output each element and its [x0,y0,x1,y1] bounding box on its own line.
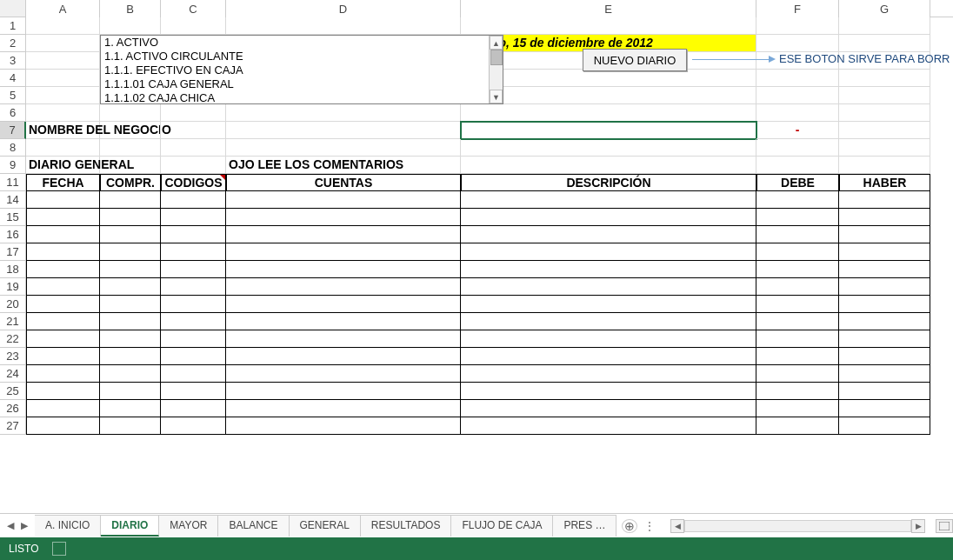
dropdown-item-1[interactable]: 1.1. ACTIVO CIRCULANTE [101,50,489,63]
cell-B21[interactable] [100,313,161,330]
dropdown-item-2[interactable]: 1.1.1. EFECTIVO EN CAJA [101,63,489,77]
cell-E6[interactable] [461,104,756,122]
cell-A15[interactable] [26,209,100,226]
col-header-D[interactable]: D [226,0,461,17]
cell-D24[interactable] [226,365,461,383]
cell-D18[interactable] [226,261,461,278]
row-header-21[interactable]: 21 [0,313,26,330]
row-header-8[interactable]: 8 [0,139,26,157]
row-header-11[interactable]: 11 [0,174,26,191]
cell-B7[interactable] [100,122,161,139]
cell-D14[interactable] [226,191,461,209]
col-header-F[interactable]: F [756,0,839,17]
col-header-E[interactable]: E [461,0,756,17]
cell-E15[interactable] [461,209,756,226]
cell-D1[interactable] [226,17,461,35]
cell-E5[interactable] [461,87,756,104]
cell-B23[interactable] [100,348,161,365]
cell-D26[interactable] [226,400,461,417]
cell-B19[interactable] [100,278,161,296]
cell-A3[interactable] [26,52,100,70]
cell-A18[interactable] [26,261,100,278]
cell-A5[interactable] [26,87,100,104]
cell-E1[interactable] [461,17,756,35]
cell-G15[interactable] [839,209,930,226]
cell-B18[interactable] [100,261,161,278]
cell-F18[interactable] [756,261,839,278]
cell-C22[interactable] [161,330,226,348]
row-header-7[interactable]: 7 [0,122,26,139]
cell-G23[interactable] [839,348,930,365]
cell-G2[interactable] [839,35,930,52]
cell-C19[interactable] [161,278,226,296]
view-normal-icon[interactable] [936,519,953,533]
cell-C23[interactable] [161,348,226,365]
cell-C17[interactable] [161,243,226,261]
cell-F16[interactable] [756,226,839,243]
dropdown-item-0[interactable]: 1. ACTIVO [101,36,489,50]
scroll-thumb[interactable] [490,50,503,65]
cell-D25[interactable] [226,383,461,400]
cell-A16[interactable] [26,226,100,243]
tab-nav-prev-icon[interactable]: ◀ [7,520,14,531]
cell-D22[interactable] [226,330,461,348]
row-header-19[interactable]: 19 [0,278,26,296]
row-header-3[interactable]: 3 [0,52,26,70]
row-header-1[interactable]: 1 [0,17,26,35]
cell-F27[interactable] [756,417,839,435]
cell-D23[interactable] [226,348,461,365]
cell-G25[interactable] [839,383,930,400]
cell-C26[interactable] [161,400,226,417]
row-header-18[interactable]: 18 [0,261,26,278]
cell-A26[interactable] [26,400,100,417]
cell-B1[interactable] [100,17,161,35]
cell-A24[interactable] [26,365,100,383]
scroll-down-arrow-icon[interactable]: ▼ [490,90,503,103]
row-header-14[interactable]: 14 [0,191,26,209]
cell-A2[interactable] [26,35,100,52]
cell-C21[interactable] [161,313,226,330]
cell-A20[interactable] [26,296,100,313]
cell-G9[interactable] [839,157,930,174]
row-header-27[interactable]: 27 [0,417,26,435]
cell-A1[interactable] [26,17,100,35]
cell-C8[interactable] [161,139,226,157]
cell-F15[interactable] [756,209,839,226]
cell-C25[interactable] [161,383,226,400]
horizontal-scrollbar[interactable]: ◀ ▶ [670,519,925,533]
dropdown-list[interactable]: 1. ACTIVO 1.1. ACTIVO CIRCULANTE 1.1.1. … [101,36,489,103]
cell-D20[interactable] [226,296,461,313]
cell-C18[interactable] [161,261,226,278]
row-header-26[interactable]: 26 [0,400,26,417]
sheet-tab-flujo-de-caja[interactable]: FLUJO DE CAJA [451,515,553,537]
cell-D6[interactable] [226,104,461,122]
cell-F1[interactable] [756,17,839,35]
col-header-B[interactable]: B [100,0,161,17]
row-header-5[interactable]: 5 [0,87,26,104]
row-header-24[interactable]: 24 [0,365,26,383]
row-header-15[interactable]: 15 [0,209,26,226]
row-header-25[interactable]: 25 [0,383,26,400]
cell-G22[interactable] [839,330,930,348]
cell-C20[interactable] [161,296,226,313]
cell-G1[interactable] [839,17,930,35]
cell-E27[interactable] [461,417,756,435]
cell-C15[interactable] [161,209,226,226]
cell-D9-ojo-comentarios[interactable]: OJO LEE LOS COMENTARIOS [226,157,461,174]
cell-F22[interactable] [756,330,839,348]
cell-C6[interactable] [161,104,226,122]
cell-B9[interactable] [100,157,161,174]
cell-D19[interactable] [226,278,461,296]
cell-B6[interactable] [100,104,161,122]
sheet-tab-a-inicio[interactable]: A. INICIO [35,515,101,537]
macro-record-icon[interactable] [52,542,66,556]
table-header-haber[interactable]: HABER [839,174,930,191]
cell-B27[interactable] [100,417,161,435]
cell-C9[interactable] [161,157,226,174]
cell-B25[interactable] [100,383,161,400]
table-header-codigos[interactable]: CODIGOS [161,174,226,191]
table-header-debe[interactable]: DEBE [756,174,839,191]
cell-A9-diario-general[interactable]: DIARIO GENERAL [26,157,100,174]
cell-F7-dash[interactable]: - [756,122,839,139]
cell-G14[interactable] [839,191,930,209]
